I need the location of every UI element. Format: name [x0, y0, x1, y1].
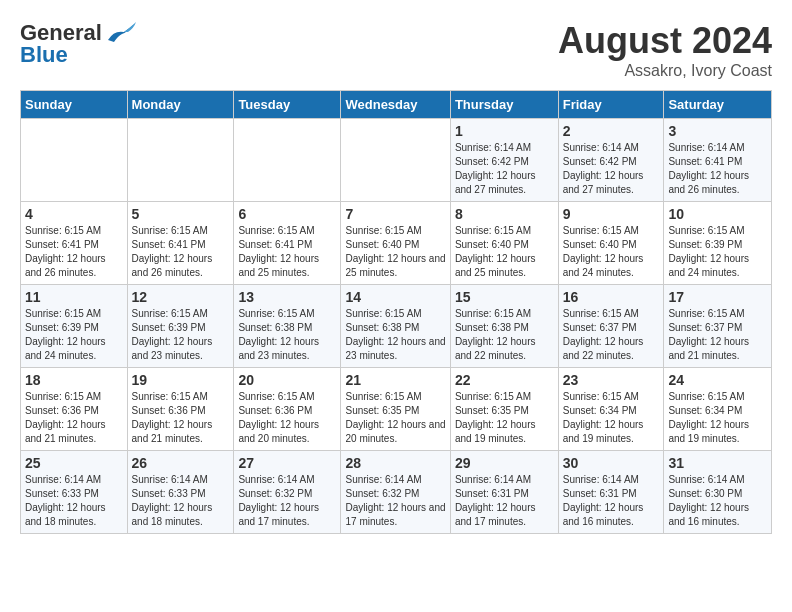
page-header: General Blue August 2024 Assakro, Ivory … [20, 20, 772, 80]
day-info: Sunrise: 6:14 AM Sunset: 6:32 PM Dayligh… [238, 473, 336, 529]
calendar-cell: 10Sunrise: 6:15 AM Sunset: 6:39 PM Dayli… [664, 202, 772, 285]
calendar-cell [341, 119, 450, 202]
header-day-thursday: Thursday [450, 91, 558, 119]
calendar-cell [234, 119, 341, 202]
day-number: 13 [238, 289, 336, 305]
week-row-5: 25Sunrise: 6:14 AM Sunset: 6:33 PM Dayli… [21, 451, 772, 534]
calendar-cell: 23Sunrise: 6:15 AM Sunset: 6:34 PM Dayli… [558, 368, 664, 451]
calendar-cell: 9Sunrise: 6:15 AM Sunset: 6:40 PM Daylig… [558, 202, 664, 285]
day-info: Sunrise: 6:15 AM Sunset: 6:38 PM Dayligh… [345, 307, 445, 363]
day-info: Sunrise: 6:15 AM Sunset: 6:38 PM Dayligh… [455, 307, 554, 363]
calendar-cell: 17Sunrise: 6:15 AM Sunset: 6:37 PM Dayli… [664, 285, 772, 368]
day-number: 11 [25, 289, 123, 305]
day-info: Sunrise: 6:15 AM Sunset: 6:40 PM Dayligh… [345, 224, 445, 280]
day-info: Sunrise: 6:15 AM Sunset: 6:36 PM Dayligh… [238, 390, 336, 446]
calendar-cell [21, 119, 128, 202]
calendar-cell: 13Sunrise: 6:15 AM Sunset: 6:38 PM Dayli… [234, 285, 341, 368]
day-number: 20 [238, 372, 336, 388]
day-number: 6 [238, 206, 336, 222]
day-info: Sunrise: 6:15 AM Sunset: 6:39 PM Dayligh… [132, 307, 230, 363]
calendar-cell: 29Sunrise: 6:14 AM Sunset: 6:31 PM Dayli… [450, 451, 558, 534]
day-info: Sunrise: 6:15 AM Sunset: 6:39 PM Dayligh… [668, 224, 767, 280]
day-info: Sunrise: 6:14 AM Sunset: 6:42 PM Dayligh… [563, 141, 660, 197]
calendar-cell: 24Sunrise: 6:15 AM Sunset: 6:34 PM Dayli… [664, 368, 772, 451]
header-row: SundayMondayTuesdayWednesdayThursdayFrid… [21, 91, 772, 119]
day-number: 2 [563, 123, 660, 139]
header-day-wednesday: Wednesday [341, 91, 450, 119]
day-number: 26 [132, 455, 230, 471]
calendar-cell: 5Sunrise: 6:15 AM Sunset: 6:41 PM Daylig… [127, 202, 234, 285]
day-number: 3 [668, 123, 767, 139]
calendar-table: SundayMondayTuesdayWednesdayThursdayFrid… [20, 90, 772, 534]
calendar-cell: 3Sunrise: 6:14 AM Sunset: 6:41 PM Daylig… [664, 119, 772, 202]
day-number: 17 [668, 289, 767, 305]
day-info: Sunrise: 6:15 AM Sunset: 6:40 PM Dayligh… [455, 224, 554, 280]
day-info: Sunrise: 6:15 AM Sunset: 6:41 PM Dayligh… [132, 224, 230, 280]
day-info: Sunrise: 6:14 AM Sunset: 6:42 PM Dayligh… [455, 141, 554, 197]
calendar-cell: 12Sunrise: 6:15 AM Sunset: 6:39 PM Dayli… [127, 285, 234, 368]
header-day-sunday: Sunday [21, 91, 128, 119]
calendar-cell: 8Sunrise: 6:15 AM Sunset: 6:40 PM Daylig… [450, 202, 558, 285]
day-info: Sunrise: 6:14 AM Sunset: 6:31 PM Dayligh… [455, 473, 554, 529]
calendar-cell: 22Sunrise: 6:15 AM Sunset: 6:35 PM Dayli… [450, 368, 558, 451]
day-number: 9 [563, 206, 660, 222]
day-info: Sunrise: 6:15 AM Sunset: 6:35 PM Dayligh… [455, 390, 554, 446]
day-info: Sunrise: 6:15 AM Sunset: 6:37 PM Dayligh… [668, 307, 767, 363]
calendar-cell [127, 119, 234, 202]
calendar-cell: 14Sunrise: 6:15 AM Sunset: 6:38 PM Dayli… [341, 285, 450, 368]
calendar-cell: 25Sunrise: 6:14 AM Sunset: 6:33 PM Dayli… [21, 451, 128, 534]
logo-blue-text: Blue [20, 42, 68, 68]
day-number: 8 [455, 206, 554, 222]
logo-bird-icon [104, 22, 136, 44]
day-number: 21 [345, 372, 445, 388]
day-number: 31 [668, 455, 767, 471]
day-number: 4 [25, 206, 123, 222]
day-info: Sunrise: 6:14 AM Sunset: 6:41 PM Dayligh… [668, 141, 767, 197]
week-row-3: 11Sunrise: 6:15 AM Sunset: 6:39 PM Dayli… [21, 285, 772, 368]
day-number: 28 [345, 455, 445, 471]
calendar-cell: 18Sunrise: 6:15 AM Sunset: 6:36 PM Dayli… [21, 368, 128, 451]
calendar-cell: 19Sunrise: 6:15 AM Sunset: 6:36 PM Dayli… [127, 368, 234, 451]
day-info: Sunrise: 6:14 AM Sunset: 6:33 PM Dayligh… [25, 473, 123, 529]
day-info: Sunrise: 6:14 AM Sunset: 6:33 PM Dayligh… [132, 473, 230, 529]
day-info: Sunrise: 6:15 AM Sunset: 6:41 PM Dayligh… [238, 224, 336, 280]
day-info: Sunrise: 6:14 AM Sunset: 6:32 PM Dayligh… [345, 473, 445, 529]
week-row-4: 18Sunrise: 6:15 AM Sunset: 6:36 PM Dayli… [21, 368, 772, 451]
day-number: 19 [132, 372, 230, 388]
day-number: 22 [455, 372, 554, 388]
day-info: Sunrise: 6:15 AM Sunset: 6:37 PM Dayligh… [563, 307, 660, 363]
calendar-cell: 4Sunrise: 6:15 AM Sunset: 6:41 PM Daylig… [21, 202, 128, 285]
header-day-friday: Friday [558, 91, 664, 119]
main-title: August 2024 [558, 20, 772, 62]
day-number: 14 [345, 289, 445, 305]
day-info: Sunrise: 6:15 AM Sunset: 6:36 PM Dayligh… [132, 390, 230, 446]
day-number: 23 [563, 372, 660, 388]
week-row-2: 4Sunrise: 6:15 AM Sunset: 6:41 PM Daylig… [21, 202, 772, 285]
day-number: 10 [668, 206, 767, 222]
calendar-cell: 15Sunrise: 6:15 AM Sunset: 6:38 PM Dayli… [450, 285, 558, 368]
day-number: 27 [238, 455, 336, 471]
calendar-cell: 31Sunrise: 6:14 AM Sunset: 6:30 PM Dayli… [664, 451, 772, 534]
calendar-cell: 2Sunrise: 6:14 AM Sunset: 6:42 PM Daylig… [558, 119, 664, 202]
calendar-cell: 1Sunrise: 6:14 AM Sunset: 6:42 PM Daylig… [450, 119, 558, 202]
day-number: 12 [132, 289, 230, 305]
header-day-tuesday: Tuesday [234, 91, 341, 119]
sub-title: Assakro, Ivory Coast [558, 62, 772, 80]
header-day-saturday: Saturday [664, 91, 772, 119]
calendar-cell: 28Sunrise: 6:14 AM Sunset: 6:32 PM Dayli… [341, 451, 450, 534]
calendar-cell: 11Sunrise: 6:15 AM Sunset: 6:39 PM Dayli… [21, 285, 128, 368]
day-number: 24 [668, 372, 767, 388]
title-block: August 2024 Assakro, Ivory Coast [558, 20, 772, 80]
calendar-cell: 26Sunrise: 6:14 AM Sunset: 6:33 PM Dayli… [127, 451, 234, 534]
day-info: Sunrise: 6:15 AM Sunset: 6:39 PM Dayligh… [25, 307, 123, 363]
day-info: Sunrise: 6:15 AM Sunset: 6:40 PM Dayligh… [563, 224, 660, 280]
day-number: 16 [563, 289, 660, 305]
calendar-body: 1Sunrise: 6:14 AM Sunset: 6:42 PM Daylig… [21, 119, 772, 534]
day-number: 18 [25, 372, 123, 388]
day-info: Sunrise: 6:15 AM Sunset: 6:38 PM Dayligh… [238, 307, 336, 363]
day-number: 5 [132, 206, 230, 222]
day-info: Sunrise: 6:15 AM Sunset: 6:34 PM Dayligh… [668, 390, 767, 446]
logo: General Blue [20, 20, 136, 68]
day-number: 1 [455, 123, 554, 139]
calendar-cell: 6Sunrise: 6:15 AM Sunset: 6:41 PM Daylig… [234, 202, 341, 285]
